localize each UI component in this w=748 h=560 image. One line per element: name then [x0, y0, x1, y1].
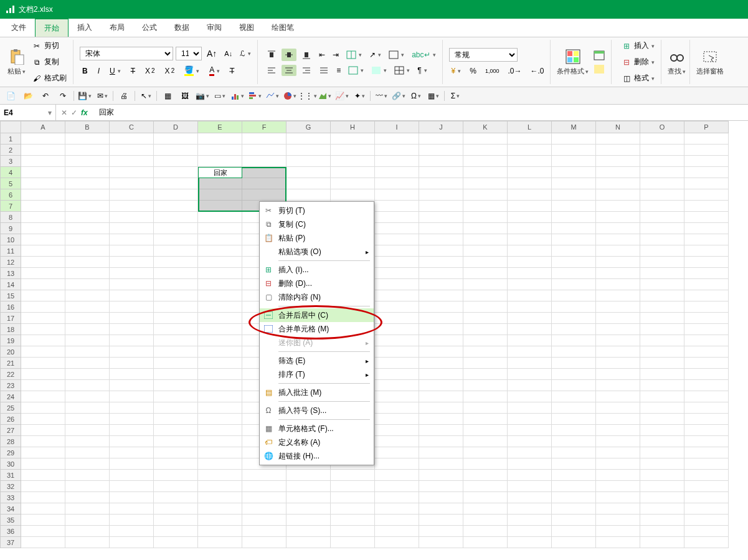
- cell[interactable]: [463, 145, 508, 156]
- chevron-down-icon[interactable]: ▾: [48, 108, 52, 117]
- cell[interactable]: [198, 470, 242, 481]
- cell[interactable]: [596, 133, 640, 145]
- borders-button[interactable]: [386, 49, 407, 61]
- cell[interactable]: [684, 145, 729, 156]
- cell[interactable]: [375, 189, 419, 201]
- cell[interactable]: [154, 133, 198, 145]
- justify-button[interactable]: [316, 65, 331, 76]
- cell[interactable]: [198, 279, 242, 290]
- cell[interactable]: [65, 133, 110, 145]
- cell[interactable]: [508, 358, 552, 369]
- cell[interactable]: [640, 335, 684, 346]
- cell[interactable]: [21, 458, 65, 470]
- cell[interactable]: [375, 358, 419, 369]
- cell[interactable]: [684, 245, 729, 257]
- merge-button[interactable]: [344, 49, 364, 61]
- row-header[interactable]: 18: [0, 324, 21, 335]
- cell[interactable]: [331, 526, 375, 537]
- cell[interactable]: [110, 290, 154, 301]
- cell[interactable]: [242, 156, 286, 167]
- row-header[interactable]: 2: [0, 145, 21, 156]
- cond-format-icon[interactable]: [564, 48, 582, 65]
- cell[interactable]: [552, 279, 596, 290]
- cell[interactable]: [684, 425, 729, 436]
- formula-input[interactable]: 回家: [93, 107, 748, 118]
- cell[interactable]: [684, 380, 729, 391]
- cell[interactable]: [331, 515, 375, 526]
- cell[interactable]: [508, 503, 552, 515]
- cell[interactable]: [375, 201, 419, 212]
- radar-button[interactable]: ✦: [353, 90, 366, 102]
- cell[interactable]: [198, 201, 242, 212]
- cell[interactable]: [508, 167, 552, 178]
- cell[interactable]: [198, 526, 242, 537]
- cell[interactable]: [596, 223, 640, 234]
- cell[interactable]: [110, 245, 154, 257]
- align-top-button[interactable]: [264, 49, 279, 61]
- row-header[interactable]: 19: [0, 335, 21, 346]
- ctx-cut[interactable]: ✂剪切 (T): [260, 204, 374, 217]
- cell[interactable]: [552, 414, 596, 425]
- cell[interactable]: [684, 369, 729, 380]
- cell[interactable]: [552, 515, 596, 526]
- fx-icon[interactable]: fx: [81, 108, 88, 117]
- cell[interactable]: [640, 145, 684, 156]
- cell[interactable]: [198, 234, 242, 245]
- paste-label[interactable]: 粘贴: [7, 67, 26, 76]
- cell[interactable]: [65, 515, 110, 526]
- cell[interactable]: [508, 391, 552, 402]
- save-button[interactable]: 💾: [78, 90, 92, 102]
- cell[interactable]: [375, 447, 419, 458]
- cell[interactable]: [154, 470, 198, 481]
- cell[interactable]: [65, 380, 110, 391]
- cell[interactable]: [684, 156, 729, 167]
- cell[interactable]: [640, 537, 684, 548]
- cell[interactable]: [110, 503, 154, 515]
- cell[interactable]: [419, 380, 463, 391]
- cell[interactable]: [110, 313, 154, 324]
- cell[interactable]: [508, 324, 552, 335]
- cells-area[interactable]: 回家: [21, 133, 729, 548]
- cell[interactable]: [463, 369, 508, 380]
- pie-chart-button[interactable]: [283, 90, 296, 102]
- cell[interactable]: [508, 369, 552, 380]
- col-header[interactable]: H: [331, 121, 375, 133]
- cell[interactable]: [110, 223, 154, 234]
- cell[interactable]: [198, 301, 242, 313]
- cell[interactable]: [198, 481, 242, 492]
- cell[interactable]: [375, 414, 419, 425]
- change-case-button[interactable]: ℒ: [237, 48, 253, 59]
- row-header[interactable]: 5: [0, 178, 21, 189]
- percent-button[interactable]: %: [467, 65, 479, 77]
- cell[interactable]: [552, 447, 596, 458]
- cell[interactable]: [508, 133, 552, 145]
- cell[interactable]: [508, 268, 552, 279]
- cell[interactable]: [684, 268, 729, 279]
- row-header[interactable]: 17: [0, 313, 21, 324]
- ctx-cellfmt[interactable]: ▦单元格格式 (F)...: [260, 422, 374, 435]
- cell[interactable]: [552, 234, 596, 245]
- cell[interactable]: [198, 189, 242, 201]
- cell[interactable]: [110, 268, 154, 279]
- cell[interactable]: [552, 380, 596, 391]
- cell[interactable]: [419, 189, 463, 201]
- cell[interactable]: [596, 346, 640, 358]
- cell[interactable]: [684, 324, 729, 335]
- cell[interactable]: [596, 245, 640, 257]
- cell[interactable]: [596, 369, 640, 380]
- cell[interactable]: [375, 380, 419, 391]
- cell[interactable]: [684, 223, 729, 234]
- cell[interactable]: [375, 145, 419, 156]
- cell[interactable]: [198, 402, 242, 414]
- row-header[interactable]: 6: [0, 189, 21, 201]
- orientation-button[interactable]: ↗: [367, 49, 384, 61]
- cell[interactable]: [154, 167, 198, 178]
- picture-button[interactable]: 🖼: [178, 90, 192, 102]
- cell[interactable]: [65, 335, 110, 346]
- cell[interactable]: [419, 223, 463, 234]
- cell[interactable]: [110, 189, 154, 201]
- cell[interactable]: [640, 245, 684, 257]
- cell[interactable]: [596, 481, 640, 492]
- cell[interactable]: [684, 301, 729, 313]
- cell[interactable]: [21, 515, 65, 526]
